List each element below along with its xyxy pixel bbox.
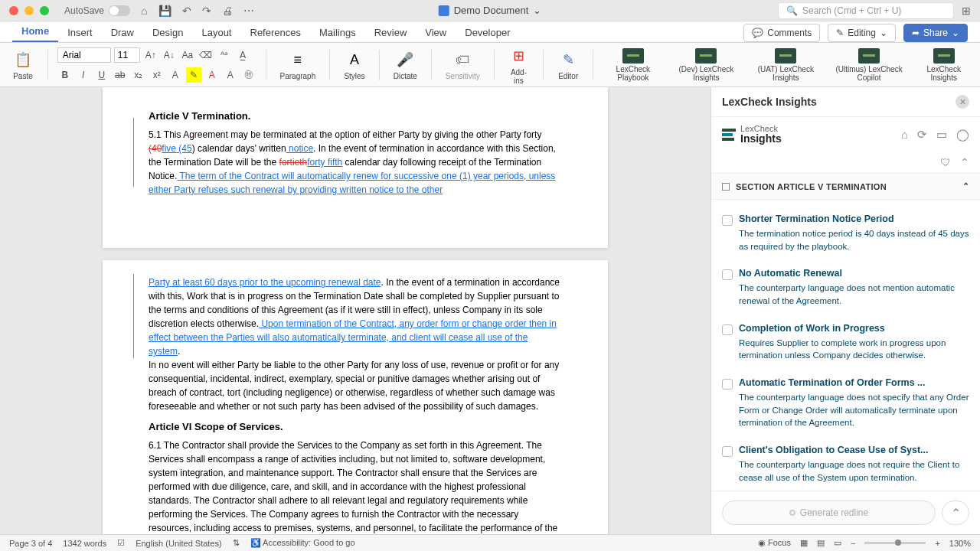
lexcheck-panel: LexCheck Insights ✕ LexCheckInsights ⌂ ⟳…: [710, 87, 980, 534]
paragraph-group[interactable]: ≡Paragraph: [276, 49, 321, 80]
insight-checkbox[interactable]: [722, 446, 733, 457]
superscript-button[interactable]: x²: [149, 67, 165, 83]
insight-checkbox[interactable]: [722, 215, 733, 226]
tab-insert[interactable]: Insert: [58, 23, 102, 42]
tab-draw[interactable]: Draw: [102, 23, 143, 42]
dictate-group[interactable]: 🎤Dictate: [389, 49, 422, 80]
font-color-button[interactable]: A: [204, 67, 220, 83]
subscript-button[interactable]: x₂: [131, 67, 146, 83]
enclose-icon[interactable]: ㊕: [241, 67, 256, 83]
comments-button[interactable]: 💬Comments: [743, 24, 820, 42]
bold-button[interactable]: B: [57, 67, 73, 83]
insight-checkbox[interactable]: [722, 379, 733, 390]
refresh-icon[interactable]: ⟳: [917, 128, 927, 142]
track-changes-icon[interactable]: ⇅: [233, 538, 240, 548]
print-icon[interactable]: 🖨: [222, 5, 233, 17]
tab-review[interactable]: Review: [365, 23, 416, 42]
generate-redline-button[interactable]: Generate redline: [722, 500, 936, 525]
text-effects-icon[interactable]: A: [168, 67, 183, 83]
increase-font-icon[interactable]: A↑: [143, 47, 158, 63]
tab-references[interactable]: References: [241, 23, 310, 42]
strikethrough-button[interactable]: ab: [113, 67, 128, 83]
spell-check-icon[interactable]: ☑: [117, 538, 125, 548]
app-launcher-icon[interactable]: ⊞: [962, 5, 971, 17]
redo-icon[interactable]: ↷: [202, 5, 211, 17]
expand-up-button[interactable]: ⌃: [942, 500, 969, 525]
focus-mode-button[interactable]: ◉ Focus: [758, 538, 791, 548]
page-count[interactable]: Page 3 of 4: [9, 539, 52, 548]
italic-button[interactable]: I: [76, 67, 91, 83]
font-size-select[interactable]: [114, 47, 140, 63]
accessibility-status[interactable]: ♿ Accessibility: Good to go: [250, 538, 355, 548]
home-icon[interactable]: ⌂: [901, 128, 908, 142]
zoom-level[interactable]: 130%: [949, 539, 971, 548]
paragraph-5-1: 5.1 This Agreement may be terminated at …: [149, 128, 562, 197]
editing-mode-button[interactable]: ✎Editing⌄: [828, 24, 896, 42]
search-box[interactable]: 🔍 Search (Cmd + Ctrl + U): [778, 2, 954, 19]
decrease-font-icon[interactable]: A↓: [162, 47, 177, 63]
font-name-select[interactable]: [57, 47, 111, 63]
tab-developer[interactable]: Developer: [456, 23, 519, 42]
phonetic-icon[interactable]: ᴬᵃ: [217, 47, 232, 63]
editor-group[interactable]: ✎Editor: [553, 49, 583, 80]
share-button[interactable]: ➦Share⌄: [903, 24, 968, 42]
save-icon[interactable]: 💾: [158, 5, 172, 17]
ultimus-lexcheck-button[interactable]: (Ultimus) LexCheck Copilot: [829, 47, 910, 83]
styles-group[interactable]: AStyles: [339, 49, 370, 80]
highlight-button[interactable]: ✎: [186, 67, 201, 83]
word-count[interactable]: 1342 words: [63, 539, 106, 548]
undo-icon[interactable]: ↶: [182, 5, 191, 17]
chevron-up-icon[interactable]: ⌃: [962, 181, 969, 191]
border-icon[interactable]: A̲: [235, 47, 250, 63]
separator: [543, 50, 544, 80]
tab-design[interactable]: Design: [143, 23, 192, 42]
section-checkbox[interactable]: [722, 183, 730, 191]
zoom-in-button[interactable]: +: [935, 539, 939, 548]
dev-lexcheck-insights-button[interactable]: (Dev) LexCheck Insights: [670, 47, 743, 83]
home-icon[interactable]: ⌂: [141, 5, 147, 17]
zoom-out-button[interactable]: −: [851, 539, 855, 548]
close-panel-button[interactable]: ✕: [956, 95, 969, 109]
shield-icon[interactable]: 🛡: [940, 156, 951, 168]
tracked-insertion: The term of the Contract will automatica…: [149, 171, 555, 195]
separator: [47, 50, 48, 80]
tab-mailings[interactable]: Mailings: [310, 23, 365, 42]
user-icon[interactable]: ◯: [956, 128, 969, 142]
book-icon[interactable]: ▭: [936, 128, 947, 142]
tab-home[interactable]: Home: [12, 21, 58, 42]
autosave-toggle[interactable]: [109, 5, 130, 16]
view-web-icon[interactable]: ▤: [817, 538, 825, 548]
change-case-icon[interactable]: Aa: [180, 47, 195, 63]
lexcheck-playbook-button[interactable]: LexCheck Playbook: [603, 47, 664, 83]
addins-group[interactable]: ⊞Add-ins: [503, 45, 534, 85]
paste-group[interactable]: 📋 Paste: [8, 49, 38, 80]
lexcheck-icon: [695, 48, 717, 64]
document-title[interactable]: Demo Document ⌄: [439, 5, 542, 16]
shading-button[interactable]: A: [223, 67, 238, 83]
insight-checkbox[interactable]: [722, 324, 733, 335]
autosave-label: AutoSave: [64, 5, 104, 16]
close-window-button[interactable]: [9, 6, 18, 15]
tab-view[interactable]: View: [416, 23, 456, 42]
more-icon[interactable]: ⋯: [243, 5, 254, 17]
insight-item[interactable]: Completion of Work in ProgressRequires S…: [711, 315, 980, 370]
clear-format-icon[interactable]: ⌫: [198, 47, 214, 63]
collapse-icon[interactable]: ⌃: [960, 156, 969, 168]
zoom-slider[interactable]: [864, 542, 926, 544]
section-header[interactable]: SECTION ARTICLE V TERMINATION ⌃: [711, 173, 980, 200]
minimize-window-button[interactable]: [24, 6, 34, 15]
tab-layout[interactable]: Layout: [192, 23, 240, 42]
insight-item[interactable]: Client's Obligation to Cease Use of Syst…: [711, 437, 980, 491]
insight-checkbox[interactable]: [722, 269, 733, 280]
language-status[interactable]: English (United States): [136, 539, 222, 548]
maximize-window-button[interactable]: [40, 6, 49, 15]
underline-button[interactable]: U: [94, 67, 109, 83]
uat-lexcheck-insights-button[interactable]: (UAT) LexCheck Insights: [749, 47, 823, 83]
insight-item[interactable]: Automatic Termination of Order Forms ...…: [711, 370, 980, 437]
insight-item[interactable]: Shorter Termination Notice PeriodThe ter…: [711, 206, 980, 260]
view-print-icon[interactable]: ▦: [800, 538, 808, 548]
insight-item[interactable]: No Automatic RenewalThe counterparty lan…: [711, 260, 980, 315]
document-viewport[interactable]: Article V Termination. 5.1 This Agreemen…: [0, 87, 710, 534]
lexcheck-insights-button[interactable]: LexCheck Insights: [915, 47, 972, 83]
view-read-icon[interactable]: ▭: [834, 538, 841, 548]
